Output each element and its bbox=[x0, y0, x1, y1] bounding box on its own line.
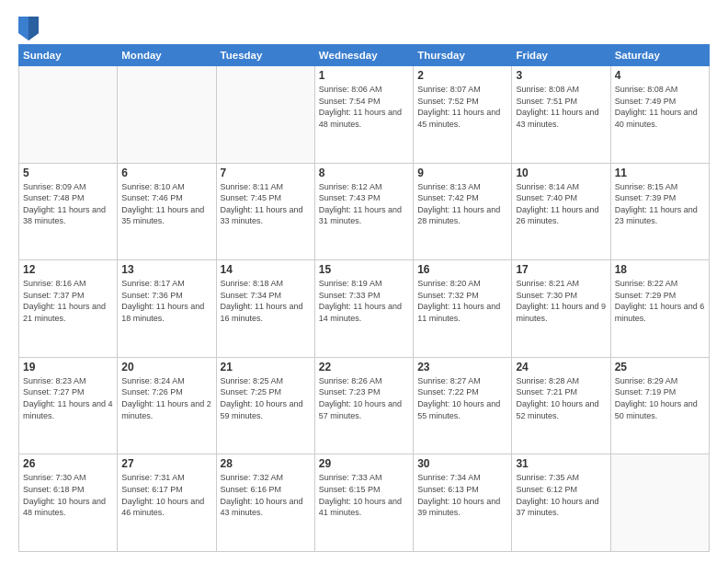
day-info: Sunrise: 7:32 AM Sunset: 6:16 PM Dayligh… bbox=[221, 472, 311, 518]
day-number: 6 bbox=[121, 167, 211, 179]
day-number: 7 bbox=[221, 167, 311, 179]
calendar-cell: 18Sunrise: 8:22 AM Sunset: 7:29 PM Dayli… bbox=[610, 260, 709, 358]
day-number: 30 bbox=[417, 457, 507, 470]
calendar-cell: 27Sunrise: 7:31 AM Sunset: 6:17 PM Dayli… bbox=[118, 454, 216, 552]
day-number: 9 bbox=[417, 167, 507, 179]
day-info: Sunrise: 8:19 AM Sunset: 7:33 PM Dayligh… bbox=[319, 278, 409, 324]
day-info: Sunrise: 8:26 AM Sunset: 7:23 PM Dayligh… bbox=[319, 375, 409, 421]
calendar-cell: 13Sunrise: 8:17 AM Sunset: 7:36 PM Dayli… bbox=[118, 260, 216, 358]
day-info: Sunrise: 8:28 AM Sunset: 7:21 PM Dayligh… bbox=[516, 375, 606, 421]
day-info: Sunrise: 8:29 AM Sunset: 7:19 PM Dayligh… bbox=[615, 375, 705, 421]
day-info: Sunrise: 8:11 AM Sunset: 7:45 PM Dayligh… bbox=[221, 181, 311, 227]
weekday-header-thursday: Thursday bbox=[414, 45, 512, 66]
calendar-cell: 7Sunrise: 8:11 AM Sunset: 7:45 PM Daylig… bbox=[216, 163, 314, 260]
day-number: 14 bbox=[221, 263, 311, 276]
day-info: Sunrise: 8:08 AM Sunset: 7:51 PM Dayligh… bbox=[516, 84, 606, 130]
day-info: Sunrise: 7:30 AM Sunset: 6:18 PM Dayligh… bbox=[23, 472, 113, 518]
calendar-cell: 11Sunrise: 8:15 AM Sunset: 7:39 PM Dayli… bbox=[610, 163, 709, 260]
day-info: Sunrise: 8:18 AM Sunset: 7:34 PM Dayligh… bbox=[221, 278, 311, 324]
calendar-cell: 3Sunrise: 8:08 AM Sunset: 7:51 PM Daylig… bbox=[512, 66, 610, 164]
day-number: 31 bbox=[516, 457, 606, 470]
week-row-0: 1Sunrise: 8:06 AM Sunset: 7:54 PM Daylig… bbox=[19, 66, 710, 164]
calendar-cell: 14Sunrise: 8:18 AM Sunset: 7:34 PM Dayli… bbox=[216, 260, 314, 358]
calendar-cell bbox=[216, 66, 314, 164]
calendar-cell: 22Sunrise: 8:26 AM Sunset: 7:23 PM Dayli… bbox=[314, 357, 413, 454]
day-number: 23 bbox=[417, 361, 507, 373]
day-number: 10 bbox=[516, 167, 606, 179]
day-info: Sunrise: 8:13 AM Sunset: 7:42 PM Dayligh… bbox=[417, 181, 507, 227]
calendar-cell: 19Sunrise: 8:23 AM Sunset: 7:27 PM Dayli… bbox=[19, 357, 118, 454]
day-info: Sunrise: 8:15 AM Sunset: 7:39 PM Dayligh… bbox=[615, 181, 705, 227]
day-info: Sunrise: 8:14 AM Sunset: 7:40 PM Dayligh… bbox=[516, 181, 606, 227]
calendar-cell: 5Sunrise: 8:09 AM Sunset: 7:48 PM Daylig… bbox=[19, 163, 118, 260]
week-row-2: 12Sunrise: 8:16 AM Sunset: 7:37 PM Dayli… bbox=[19, 260, 710, 358]
day-info: Sunrise: 8:27 AM Sunset: 7:22 PM Dayligh… bbox=[417, 375, 507, 421]
calendar-cell bbox=[19, 66, 118, 164]
day-info: Sunrise: 7:35 AM Sunset: 6:12 PM Dayligh… bbox=[516, 472, 606, 518]
day-info: Sunrise: 8:06 AM Sunset: 7:54 PM Dayligh… bbox=[319, 84, 409, 130]
calendar-cell: 16Sunrise: 8:20 AM Sunset: 7:32 PM Dayli… bbox=[414, 260, 512, 358]
day-info: Sunrise: 8:12 AM Sunset: 7:43 PM Dayligh… bbox=[319, 181, 409, 227]
calendar-cell: 6Sunrise: 8:10 AM Sunset: 7:46 PM Daylig… bbox=[118, 163, 216, 260]
day-number: 18 bbox=[615, 263, 705, 276]
calendar-cell: 23Sunrise: 8:27 AM Sunset: 7:22 PM Dayli… bbox=[414, 357, 512, 454]
day-number: 27 bbox=[121, 457, 211, 470]
day-number: 22 bbox=[319, 361, 409, 373]
week-row-4: 26Sunrise: 7:30 AM Sunset: 6:18 PM Dayli… bbox=[19, 454, 710, 552]
calendar-cell: 24Sunrise: 8:28 AM Sunset: 7:21 PM Dayli… bbox=[512, 357, 610, 454]
calendar-cell: 10Sunrise: 8:14 AM Sunset: 7:40 PM Dayli… bbox=[512, 163, 610, 260]
svg-marker-1 bbox=[28, 17, 39, 40]
calendar-cell: 1Sunrise: 8:06 AM Sunset: 7:54 PM Daylig… bbox=[314, 66, 413, 164]
weekday-header-monday: Monday bbox=[118, 45, 216, 66]
day-number: 28 bbox=[221, 457, 311, 470]
day-number: 12 bbox=[23, 263, 113, 276]
calendar-cell: 29Sunrise: 7:33 AM Sunset: 6:15 PM Dayli… bbox=[314, 454, 413, 552]
day-number: 8 bbox=[319, 167, 409, 179]
header bbox=[18, 17, 710, 37]
calendar-cell: 26Sunrise: 7:30 AM Sunset: 6:18 PM Dayli… bbox=[19, 454, 118, 552]
day-info: Sunrise: 8:21 AM Sunset: 7:30 PM Dayligh… bbox=[516, 278, 606, 324]
day-number: 24 bbox=[516, 361, 606, 373]
day-number: 21 bbox=[221, 361, 311, 373]
calendar-cell: 25Sunrise: 8:29 AM Sunset: 7:19 PM Dayli… bbox=[610, 357, 709, 454]
calendar-cell: 4Sunrise: 8:08 AM Sunset: 7:49 PM Daylig… bbox=[610, 66, 709, 164]
day-number: 3 bbox=[516, 69, 606, 82]
weekday-header-saturday: Saturday bbox=[610, 45, 709, 66]
calendar-cell: 12Sunrise: 8:16 AM Sunset: 7:37 PM Dayli… bbox=[19, 260, 118, 358]
day-number: 15 bbox=[319, 263, 409, 276]
day-info: Sunrise: 8:20 AM Sunset: 7:32 PM Dayligh… bbox=[417, 278, 507, 324]
calendar-cell: 8Sunrise: 8:12 AM Sunset: 7:43 PM Daylig… bbox=[314, 163, 413, 260]
logo bbox=[18, 17, 39, 37]
day-info: Sunrise: 8:16 AM Sunset: 7:37 PM Dayligh… bbox=[23, 278, 113, 324]
calendar-cell: 30Sunrise: 7:34 AM Sunset: 6:13 PM Dayli… bbox=[414, 454, 512, 552]
calendar-cell: 9Sunrise: 8:13 AM Sunset: 7:42 PM Daylig… bbox=[414, 163, 512, 260]
day-info: Sunrise: 8:09 AM Sunset: 7:48 PM Dayligh… bbox=[23, 181, 113, 227]
calendar-cell: 15Sunrise: 8:19 AM Sunset: 7:33 PM Dayli… bbox=[314, 260, 413, 358]
calendar-cell: 2Sunrise: 8:07 AM Sunset: 7:52 PM Daylig… bbox=[414, 66, 512, 164]
day-info: Sunrise: 7:34 AM Sunset: 6:13 PM Dayligh… bbox=[417, 472, 507, 518]
week-row-3: 19Sunrise: 8:23 AM Sunset: 7:27 PM Dayli… bbox=[19, 357, 710, 454]
day-number: 17 bbox=[516, 263, 606, 276]
weekday-header-wednesday: Wednesday bbox=[314, 45, 413, 66]
calendar-cell bbox=[118, 66, 216, 164]
calendar-cell: 20Sunrise: 8:24 AM Sunset: 7:26 PM Dayli… bbox=[118, 357, 216, 454]
weekday-header-friday: Friday bbox=[512, 45, 610, 66]
day-info: Sunrise: 8:08 AM Sunset: 7:49 PM Dayligh… bbox=[615, 84, 705, 130]
day-info: Sunrise: 8:10 AM Sunset: 7:46 PM Dayligh… bbox=[121, 181, 211, 227]
day-number: 29 bbox=[319, 457, 409, 470]
day-info: Sunrise: 8:17 AM Sunset: 7:36 PM Dayligh… bbox=[121, 278, 211, 324]
page: SundayMondayTuesdayWednesdayThursdayFrid… bbox=[0, 0, 728, 563]
day-number: 4 bbox=[615, 69, 705, 82]
day-number: 13 bbox=[121, 263, 211, 276]
day-info: Sunrise: 7:33 AM Sunset: 6:15 PM Dayligh… bbox=[319, 472, 409, 518]
day-info: Sunrise: 8:07 AM Sunset: 7:52 PM Dayligh… bbox=[417, 84, 507, 130]
day-number: 2 bbox=[417, 69, 507, 82]
day-info: Sunrise: 8:24 AM Sunset: 7:26 PM Dayligh… bbox=[121, 375, 211, 421]
day-number: 26 bbox=[23, 457, 113, 470]
calendar-cell: 21Sunrise: 8:25 AM Sunset: 7:25 PM Dayli… bbox=[216, 357, 314, 454]
calendar-table: SundayMondayTuesdayWednesdayThursdayFrid… bbox=[18, 44, 710, 552]
day-number: 25 bbox=[615, 361, 705, 373]
calendar-cell: 28Sunrise: 7:32 AM Sunset: 6:16 PM Dayli… bbox=[216, 454, 314, 552]
weekday-header-row: SundayMondayTuesdayWednesdayThursdayFrid… bbox=[19, 45, 710, 66]
logo-icon bbox=[18, 17, 35, 37]
